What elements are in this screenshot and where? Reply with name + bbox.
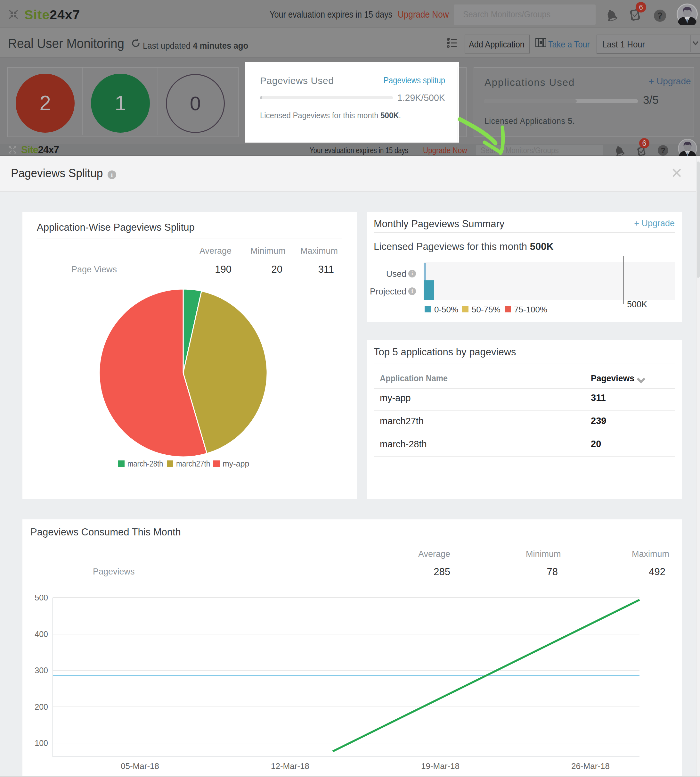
svg-text:05-Mar-18: 05-Mar-18	[121, 761, 159, 771]
svg-text:200: 200	[35, 702, 48, 711]
svg-text:300: 300	[35, 666, 48, 675]
svg-text:400: 400	[35, 630, 48, 638]
svg-text:19-Mar-18: 19-Mar-18	[421, 761, 460, 771]
svg-text:26-Mar-18: 26-Mar-18	[571, 761, 610, 771]
svg-text:500: 500	[35, 593, 48, 602]
svg-text:12-Mar-18: 12-Mar-18	[271, 761, 309, 771]
svg-text:100: 100	[35, 739, 48, 747]
